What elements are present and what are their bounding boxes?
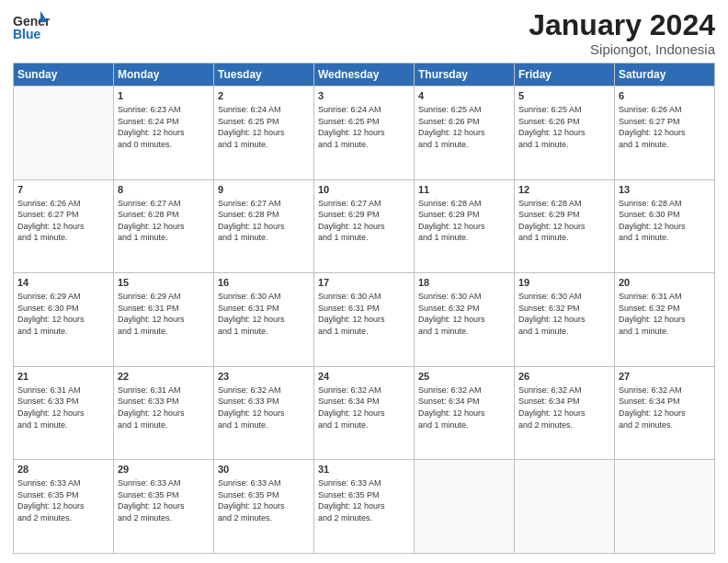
day-header-wednesday: Wednesday	[314, 63, 415, 86]
day-cell	[515, 460, 615, 554]
day-number: 1	[118, 89, 210, 103]
location-subtitle: Sipiongot, Indonesia	[529, 41, 715, 57]
day-header-thursday: Thursday	[415, 63, 515, 86]
day-info: Sunrise: 6:26 AM Sunset: 6:27 PM Dayligh…	[619, 104, 711, 150]
day-cell: 11Sunrise: 6:28 AM Sunset: 6:29 PM Dayli…	[415, 179, 515, 273]
logo: General Blue	[13, 9, 50, 44]
day-number: 5	[518, 89, 610, 103]
day-number: 2	[218, 89, 310, 103]
day-info: Sunrise: 6:23 AM Sunset: 6:24 PM Dayligh…	[118, 104, 210, 150]
day-info: Sunrise: 6:28 AM Sunset: 6:30 PM Dayligh…	[619, 198, 711, 244]
day-header-saturday: Saturday	[615, 63, 715, 86]
day-cell: 21Sunrise: 6:31 AM Sunset: 6:33 PM Dayli…	[14, 366, 114, 460]
day-number: 9	[218, 183, 310, 197]
header-row: SundayMondayTuesdayWednesdayThursdayFrid…	[14, 63, 715, 86]
day-number: 20	[619, 276, 711, 290]
day-number: 12	[518, 183, 610, 197]
day-cell: 17Sunrise: 6:30 AM Sunset: 6:31 PM Dayli…	[314, 273, 415, 367]
day-number: 25	[418, 370, 510, 384]
day-cell: 31Sunrise: 6:33 AM Sunset: 6:35 PM Dayli…	[314, 460, 415, 554]
day-number: 13	[619, 183, 711, 197]
day-number: 4	[418, 89, 510, 103]
day-cell: 7Sunrise: 6:26 AM Sunset: 6:27 PM Daylig…	[14, 179, 114, 273]
day-number: 14	[17, 276, 109, 290]
day-info: Sunrise: 6:32 AM Sunset: 6:34 PM Dayligh…	[418, 385, 510, 431]
day-cell: 22Sunrise: 6:31 AM Sunset: 6:33 PM Dayli…	[114, 366, 214, 460]
day-info: Sunrise: 6:27 AM Sunset: 6:28 PM Dayligh…	[218, 198, 310, 244]
day-cell: 13Sunrise: 6:28 AM Sunset: 6:30 PM Dayli…	[615, 179, 715, 273]
day-cell: 24Sunrise: 6:32 AM Sunset: 6:34 PM Dayli…	[314, 366, 415, 460]
day-cell: 15Sunrise: 6:29 AM Sunset: 6:31 PM Dayli…	[114, 273, 214, 367]
day-info: Sunrise: 6:31 AM Sunset: 6:32 PM Dayligh…	[619, 291, 711, 337]
day-cell: 30Sunrise: 6:33 AM Sunset: 6:35 PM Dayli…	[214, 460, 314, 554]
header: General Blue January 2024 Sipiongot, Ind…	[13, 9, 715, 57]
day-cell	[14, 86, 114, 180]
day-cell: 6Sunrise: 6:26 AM Sunset: 6:27 PM Daylig…	[615, 86, 715, 180]
month-title: January 2024	[529, 9, 715, 41]
day-number: 30	[218, 463, 310, 477]
day-header-sunday: Sunday	[14, 63, 114, 86]
day-number: 21	[17, 370, 109, 384]
day-cell: 29Sunrise: 6:33 AM Sunset: 6:35 PM Dayli…	[114, 460, 214, 554]
day-number: 15	[118, 276, 210, 290]
day-info: Sunrise: 6:32 AM Sunset: 6:34 PM Dayligh…	[619, 385, 711, 431]
day-info: Sunrise: 6:30 AM Sunset: 6:32 PM Dayligh…	[418, 291, 510, 337]
day-number: 3	[318, 89, 410, 103]
day-cell: 5Sunrise: 6:25 AM Sunset: 6:26 PM Daylig…	[515, 86, 615, 180]
day-number: 28	[17, 463, 109, 477]
svg-text:Blue: Blue	[13, 27, 41, 41]
day-info: Sunrise: 6:24 AM Sunset: 6:25 PM Dayligh…	[218, 104, 310, 150]
day-number: 6	[619, 89, 711, 103]
day-info: Sunrise: 6:31 AM Sunset: 6:33 PM Dayligh…	[17, 385, 109, 431]
day-cell: 23Sunrise: 6:32 AM Sunset: 6:33 PM Dayli…	[214, 366, 314, 460]
day-number: 7	[17, 183, 109, 197]
day-number: 8	[118, 183, 210, 197]
title-area: January 2024 Sipiongot, Indonesia	[529, 9, 715, 57]
calendar-table: SundayMondayTuesdayWednesdayThursdayFrid…	[13, 63, 715, 554]
week-row-4: 21Sunrise: 6:31 AM Sunset: 6:33 PM Dayli…	[14, 366, 715, 460]
day-cell: 3Sunrise: 6:24 AM Sunset: 6:25 PM Daylig…	[314, 86, 415, 180]
day-number: 26	[518, 370, 610, 384]
day-info: Sunrise: 6:28 AM Sunset: 6:29 PM Dayligh…	[518, 198, 610, 244]
day-info: Sunrise: 6:32 AM Sunset: 6:34 PM Dayligh…	[318, 385, 410, 431]
day-cell: 26Sunrise: 6:32 AM Sunset: 6:34 PM Dayli…	[515, 366, 615, 460]
day-cell: 2Sunrise: 6:24 AM Sunset: 6:25 PM Daylig…	[214, 86, 314, 180]
day-header-tuesday: Tuesday	[214, 63, 314, 86]
week-row-1: 1Sunrise: 6:23 AM Sunset: 6:24 PM Daylig…	[14, 86, 715, 180]
day-info: Sunrise: 6:27 AM Sunset: 6:28 PM Dayligh…	[118, 198, 210, 244]
day-cell: 25Sunrise: 6:32 AM Sunset: 6:34 PM Dayli…	[415, 366, 515, 460]
day-info: Sunrise: 6:29 AM Sunset: 6:31 PM Dayligh…	[118, 291, 210, 337]
day-cell: 10Sunrise: 6:27 AM Sunset: 6:29 PM Dayli…	[314, 179, 415, 273]
day-cell: 16Sunrise: 6:30 AM Sunset: 6:31 PM Dayli…	[214, 273, 314, 367]
day-cell: 18Sunrise: 6:30 AM Sunset: 6:32 PM Dayli…	[415, 273, 515, 367]
day-info: Sunrise: 6:30 AM Sunset: 6:31 PM Dayligh…	[218, 291, 310, 337]
day-header-monday: Monday	[114, 63, 214, 86]
day-info: Sunrise: 6:24 AM Sunset: 6:25 PM Dayligh…	[318, 104, 410, 150]
day-info: Sunrise: 6:25 AM Sunset: 6:26 PM Dayligh…	[518, 104, 610, 150]
day-cell	[615, 460, 715, 554]
day-cell: 4Sunrise: 6:25 AM Sunset: 6:26 PM Daylig…	[415, 86, 515, 180]
day-cell: 9Sunrise: 6:27 AM Sunset: 6:28 PM Daylig…	[214, 179, 314, 273]
week-row-5: 28Sunrise: 6:33 AM Sunset: 6:35 PM Dayli…	[14, 460, 715, 554]
day-number: 24	[318, 370, 410, 384]
day-cell: 1Sunrise: 6:23 AM Sunset: 6:24 PM Daylig…	[114, 86, 214, 180]
week-row-2: 7Sunrise: 6:26 AM Sunset: 6:27 PM Daylig…	[14, 179, 715, 273]
day-number: 17	[318, 276, 410, 290]
day-cell: 20Sunrise: 6:31 AM Sunset: 6:32 PM Dayli…	[615, 273, 715, 367]
day-number: 29	[118, 463, 210, 477]
day-number: 19	[518, 276, 610, 290]
day-info: Sunrise: 6:25 AM Sunset: 6:26 PM Dayligh…	[418, 104, 510, 150]
day-number: 11	[418, 183, 510, 197]
day-info: Sunrise: 6:33 AM Sunset: 6:35 PM Dayligh…	[318, 477, 410, 523]
day-number: 18	[418, 276, 510, 290]
day-info: Sunrise: 6:28 AM Sunset: 6:29 PM Dayligh…	[418, 198, 510, 244]
day-info: Sunrise: 6:32 AM Sunset: 6:33 PM Dayligh…	[218, 385, 310, 431]
day-cell: 14Sunrise: 6:29 AM Sunset: 6:30 PM Dayli…	[14, 273, 114, 367]
day-cell: 12Sunrise: 6:28 AM Sunset: 6:29 PM Dayli…	[515, 179, 615, 273]
day-info: Sunrise: 6:27 AM Sunset: 6:29 PM Dayligh…	[318, 198, 410, 244]
day-cell: 28Sunrise: 6:33 AM Sunset: 6:35 PM Dayli…	[14, 460, 114, 554]
day-info: Sunrise: 6:29 AM Sunset: 6:30 PM Dayligh…	[17, 291, 109, 337]
day-cell: 27Sunrise: 6:32 AM Sunset: 6:34 PM Dayli…	[615, 366, 715, 460]
day-number: 22	[118, 370, 210, 384]
day-header-friday: Friday	[515, 63, 615, 86]
